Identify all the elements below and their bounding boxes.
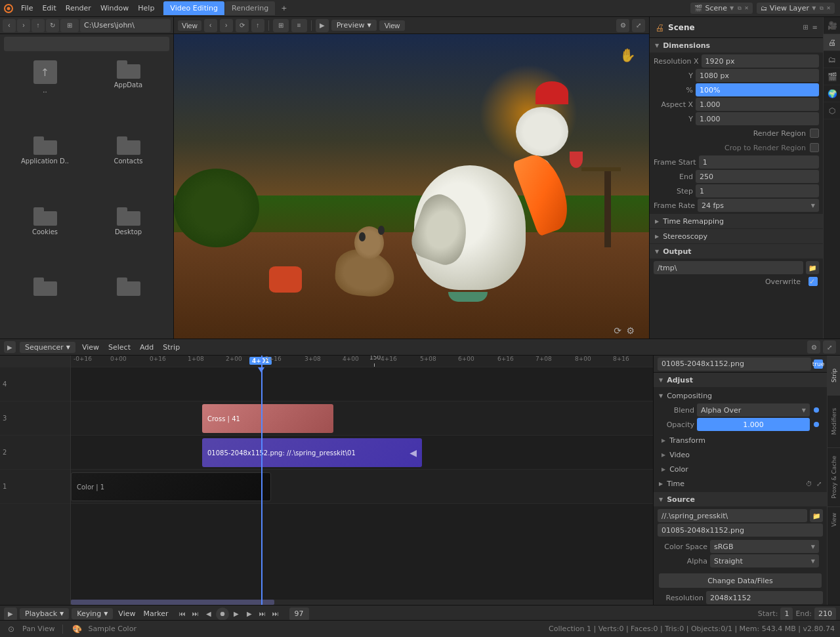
output-folder-button[interactable]: 📁 (806, 261, 819, 274)
view-flip-icon[interactable]: ⟳ (614, 325, 621, 336)
scrollbar-thumb[interactable] (71, 600, 274, 605)
menu-render[interactable]: Render (62, 3, 95, 14)
timeline-scrollbar[interactable] (71, 600, 653, 605)
nav-forward-button[interactable]: › (17, 19, 30, 32)
source-path-field[interactable]: //.\spring_presskit\ (658, 509, 807, 522)
frame-start-field[interactable]: 1 (699, 155, 819, 169)
view-layer-close-icon[interactable]: ✕ (826, 5, 831, 11)
add-workspace-button[interactable]: + (276, 1, 292, 15)
seq-bottom-view[interactable]: View (116, 609, 138, 618)
color-header[interactable]: ▶ Color (659, 462, 822, 476)
list-item[interactable]: Desktop (87, 203, 169, 273)
keying-dropdown[interactable]: Keying ▼ (72, 608, 113, 619)
view-settings-icon[interactable]: ⚙ (626, 325, 635, 336)
list-item[interactable]: Cookies (4, 203, 86, 273)
scene-copy-icon[interactable]: ⧉ (738, 5, 742, 12)
frame-rate-dropdown[interactable]: 24 fps ▼ (698, 199, 819, 212)
sequencer-type-button[interactable]: ▶ (4, 341, 16, 353)
list-item[interactable] (87, 274, 169, 336)
blend-dropdown[interactable]: Alpha Over ▼ (697, 403, 810, 417)
blend-dot[interactable] (814, 407, 819, 413)
resolution-percent-field[interactable]: 100% (696, 83, 819, 96)
change-data-button[interactable]: Change Data/Files (659, 573, 822, 588)
strip-tab-strip[interactable]: Strip (828, 356, 840, 395)
nav-refresh-button[interactable]: ↻ (46, 19, 59, 32)
menu-file[interactable]: File (17, 0, 37, 17)
seq-menu-add[interactable]: Add (137, 343, 156, 352)
nav-sync-button[interactable]: ⟳ (236, 19, 249, 32)
play-button[interactable]: ▶ (230, 608, 242, 620)
playback-dropdown[interactable]: Playback ▼ (20, 608, 69, 619)
play-next-frame-button[interactable]: ▶ (243, 608, 255, 620)
list-item[interactable]: Application D.. (4, 133, 86, 202)
clip-cross[interactable]: Cross | 41 (202, 404, 333, 433)
world-tab-icon[interactable]: 🌍 (824, 85, 840, 102)
workspace-tab-rendering[interactable]: Rendering (225, 1, 275, 15)
top-menubar[interactable]: File Edit Render Window Help Video Editi… (0, 0, 840, 17)
time-expand-icon[interactable]: ⤢ (816, 480, 822, 487)
render-tab-icon[interactable]: 🎥 (824, 17, 840, 34)
menu-edit[interactable]: Edit (38, 3, 60, 14)
seq-menu-select[interactable]: Select (106, 343, 133, 352)
end-frame-field[interactable]: 210 (814, 607, 836, 621)
clip-color[interactable]: Color | 1 (71, 472, 271, 501)
play-prev-frame-button[interactable]: ◀ (203, 608, 215, 620)
overwrite-checkbox[interactable]: ✓ (808, 277, 818, 286)
strip-tab-proxy[interactable]: Proxy & Cache (828, 447, 840, 506)
frame-end-field[interactable]: 250 (696, 170, 819, 183)
play-begin-button[interactable]: ⏮ (177, 608, 188, 620)
panel-expand-icon[interactable]: ⊞ (803, 24, 808, 31)
preview-dropdown[interactable]: Preview ▼ (331, 20, 377, 31)
play-prev-keyframe-button[interactable]: ⏭ (190, 608, 201, 620)
output-header[interactable]: ▼ Output (650, 244, 823, 258)
viewer-settings-button[interactable]: ⚙ (616, 19, 629, 32)
seq-type-icon[interactable]: ▶ (4, 607, 17, 621)
seq-menu-strip[interactable]: Strip (160, 343, 182, 352)
list-item[interactable]: Contacts (87, 133, 169, 202)
nav-prev-button[interactable]: ‹ (204, 19, 217, 32)
view-layer-tab-icon[interactable]: 🗂 (824, 51, 840, 68)
object-tab-icon[interactable]: ⬡ (824, 102, 840, 119)
resolution-y-field[interactable]: 1080 px (696, 69, 819, 82)
menu-window[interactable]: Window (96, 3, 133, 14)
start-frame-field[interactable]: 1 (780, 607, 793, 621)
clip-image-sequence[interactable]: 01085-2048x1152.png: //.\spring_presskit… (202, 438, 422, 467)
current-frame-field[interactable]: 97 (289, 607, 309, 621)
strip-tab-view[interactable]: View (828, 506, 840, 533)
alpha-dropdown[interactable]: Straight ▼ (710, 554, 819, 567)
view-button[interactable]: View (379, 20, 406, 31)
source-folder-button[interactable]: 📁 (810, 509, 823, 522)
workspace-tab-video-editing[interactable]: Video Editing (163, 1, 224, 15)
output-path-field[interactable]: /tmp\ (654, 261, 803, 274)
panel-list-icon[interactable]: ≡ (812, 24, 818, 31)
color-space-dropdown[interactable]: sRGB ▼ (710, 540, 819, 553)
opacity-dot[interactable] (814, 422, 819, 427)
scene-tab-icon[interactable]: 🎬 (824, 68, 840, 85)
list-item[interactable]: ↑ .. (4, 56, 86, 131)
list-view-button[interactable]: ≡ (291, 19, 307, 32)
strip-filename-field[interactable]: 01085-2048x1152.png (658, 358, 811, 371)
menu-help[interactable]: Help (134, 3, 158, 14)
list-item[interactable]: AppData (87, 56, 169, 131)
view-layer-copy-icon[interactable]: ⧉ (820, 5, 824, 12)
source-header[interactable]: ▼ Source (654, 492, 827, 506)
nav-up-button[interactable]: ↑ (32, 19, 45, 32)
viewer-fullscreen-button[interactable]: ⤢ (632, 19, 645, 32)
output-tab-icon[interactable]: 🖨 (824, 34, 840, 51)
video-header[interactable]: ▶ Video (659, 447, 822, 462)
viewer-image-area[interactable]: ✋ ⚙ ⟳ (174, 34, 649, 339)
scene-close-icon[interactable]: ✕ (744, 5, 749, 11)
source-file-field[interactable]: 01085-2048x1152.png (658, 524, 823, 537)
aspect-y-field[interactable]: 1.000 (696, 112, 819, 125)
crop-checkbox[interactable] (810, 143, 819, 152)
strip-checkbox[interactable]: true (814, 360, 823, 369)
play-next-keyframe-button[interactable]: ⏭ (257, 608, 268, 620)
nav-back-button[interactable]: ‹ (3, 19, 16, 32)
time-header[interactable]: ▶ Time ⏱ ⤢ (659, 476, 822, 491)
play-stop-button[interactable]: ⏺ (216, 607, 229, 621)
sequencer-mode-dropdown[interactable]: Sequencer ▼ (20, 342, 75, 353)
transform-header[interactable]: ▶ Transform (659, 433, 822, 447)
compositing-header[interactable]: ▼ Compositing (658, 388, 823, 403)
nav-toggle-button[interactable]: ⊞ (60, 19, 79, 32)
stereoscopy-header[interactable]: ▶ Stereoscopy (650, 229, 823, 243)
